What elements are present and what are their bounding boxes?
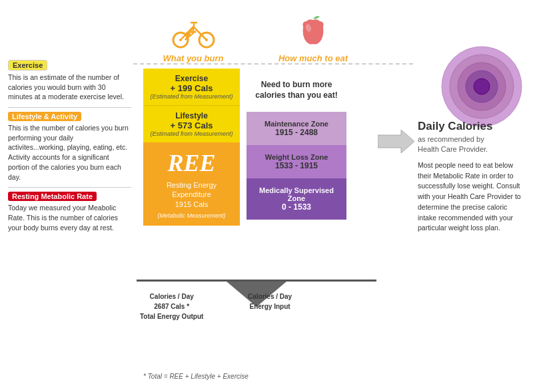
calories-day-right-text: Calories / DayEnergy Input [248, 293, 292, 310]
svg-marker-17 [378, 130, 414, 153]
maintenance-zone-range: 1915 - 2488 [252, 128, 341, 137]
medically-zone: Medically Supervised Zone 0 - 1533 [247, 178, 346, 220]
weight-loss-zone-range: 1533 - 1915 [252, 161, 341, 170]
medically-zone-label: Medically Supervised Zone [252, 186, 341, 202]
arrow-container [378, 130, 414, 156]
resting-section: Resting Metabolic Rate Today we measured… [8, 192, 131, 232]
exercise-row-note: (Estimated from Measurement) [150, 93, 233, 100]
medically-zone-range: 0 - 1533 [252, 202, 341, 212]
target-icon [438, 43, 525, 130]
arrow-right-icon [378, 130, 414, 153]
eat-icon-section: How much to eat [253, 13, 373, 63]
exercise-row-cals: + 199 Cals [150, 83, 233, 93]
daily-calories-body: Most people need to eat below their Meta… [418, 160, 528, 234]
calories-day-left-text: Calories / Day2687 Cals *Total Energy Ou… [140, 293, 203, 320]
lifestyle-text: This is the number of calories you burn … [8, 123, 131, 182]
ree-big-label: REE [150, 149, 233, 177]
lifestyle-row: Lifestyle + 573 Cals (Estimated from Mea… [143, 105, 240, 142]
burn-title: What you burn [163, 53, 224, 63]
lifestyle-row-note: (Estimated from Measurement) [150, 130, 233, 137]
sidebar: Exercise This is an estimate of the numb… [8, 60, 131, 238]
footer-note: * Total = REE + Lifestyle + Exercise [143, 373, 249, 380]
ree-desc: Resting EnergyExpenditure1915 Cals [150, 180, 233, 209]
burn-icon-section: What you burn [133, 13, 253, 63]
lifestyle-row-label: Lifestyle [150, 111, 233, 120]
ree-section: REE Resting EnergyExpenditure1915 Cals (… [143, 142, 240, 226]
target-circles [438, 43, 525, 132]
footer-note-text: * Total = REE + Lifestyle + Exercise [143, 373, 249, 380]
weight-loss-zone-label: Weight Loss Zone [252, 153, 341, 161]
need-burn-text: Need to burn more calories than you eat! [250, 80, 343, 100]
ree-note: (Metabolic Measurement) [150, 212, 233, 219]
sidebar-divider-1 [8, 107, 131, 108]
main-container: Exercise This is an estimate of the numb… [0, 0, 533, 392]
resting-text: Today we measured your Meabolic Rate. Th… [8, 203, 131, 232]
lifestyle-section: Lifestyle & Activity This is the number … [8, 112, 131, 182]
exercise-section: Exercise This is an estimate of the numb… [8, 60, 131, 102]
lifestyle-label: Lifestyle & Activity [8, 112, 81, 121]
apple-icon [296, 13, 330, 50]
exercise-row: Exercise + 199 Cals (Estimated from Meas… [143, 69, 240, 105]
dotted-divider [133, 63, 413, 65]
daily-calories-section: Daily Calories as recommended byHealth C… [418, 120, 528, 234]
resting-label: Resting Metabolic Rate [8, 192, 97, 201]
svg-point-22 [474, 79, 490, 95]
exercise-label: Exercise [8, 60, 47, 71]
exercise-text: This is an estimate of the number of cal… [8, 73, 131, 102]
need-burn-box: Need to burn more calories than you eat! [247, 69, 346, 112]
burn-column: Exercise + 199 Cals (Estimated from Meas… [143, 69, 240, 226]
maintenance-zone-label: Maintenance Zone [252, 120, 341, 128]
calories-day-right: Calories / DayEnergy Input [248, 292, 292, 311]
daily-calories-title: Daily Calories [418, 120, 528, 133]
weight-loss-zone: Weight Loss Zone 1533 - 1915 [247, 145, 346, 178]
lifestyle-row-cals: + 573 Cals [150, 120, 233, 130]
maintenance-zone: Maintenance Zone 1915 - 2488 [247, 112, 346, 145]
exercise-row-label: Exercise [150, 74, 233, 83]
daily-calories-sub: as recommended byHealth Care Provider. [418, 134, 528, 155]
eat-title: How much to eat [278, 53, 348, 63]
bike-icon [172, 13, 215, 50]
eat-column: Need to burn more calories than you eat!… [247, 69, 346, 220]
sidebar-divider-2 [8, 187, 131, 188]
calories-day-left: Calories / Day2687 Cals *Total Energy Ou… [140, 292, 203, 321]
